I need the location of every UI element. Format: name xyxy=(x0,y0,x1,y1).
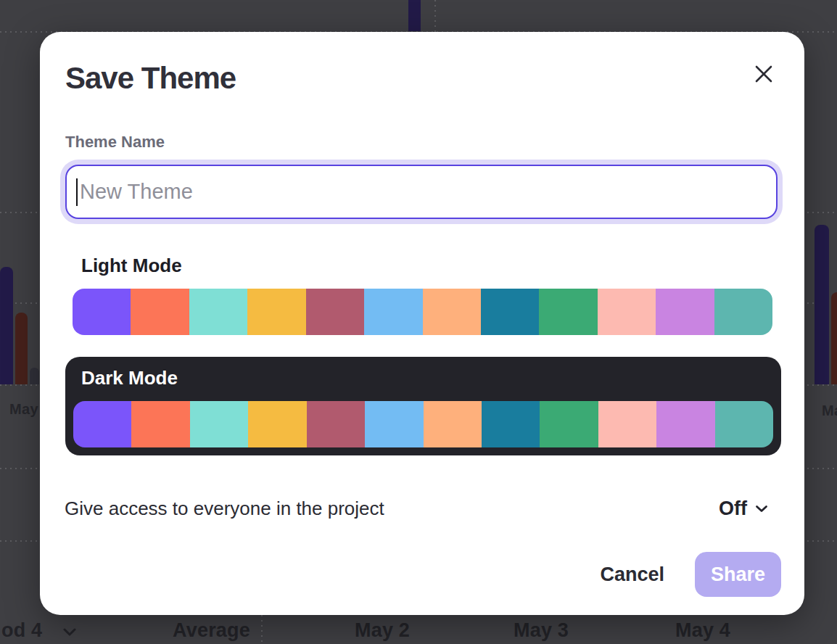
x-axis-label: May xyxy=(9,401,38,418)
bar-maroon-right xyxy=(831,292,837,384)
palette-swatch xyxy=(306,289,364,335)
palette-swatch xyxy=(73,401,131,447)
palette-swatch xyxy=(364,289,422,335)
palette-swatch xyxy=(656,289,714,335)
bar-navy-top xyxy=(408,0,421,31)
cancel-button[interactable]: Cancel xyxy=(600,564,664,586)
x-axis-label: May 4 xyxy=(675,619,730,642)
access-dropdown[interactable]: Off xyxy=(719,498,768,520)
palette-swatch xyxy=(365,401,423,447)
palette-swatch xyxy=(714,289,772,335)
x-axis-dropdown: od 4 xyxy=(1,619,77,642)
palette-swatch xyxy=(131,289,189,335)
dialog-title: Save Theme xyxy=(65,61,236,96)
bar-navy-left xyxy=(0,267,13,384)
palette-swatch xyxy=(656,401,714,447)
bar-navy-right xyxy=(815,225,829,384)
share-button[interactable]: Share xyxy=(695,552,781,597)
palette-swatch xyxy=(73,289,131,335)
chevron-down-icon xyxy=(755,505,768,513)
close-icon xyxy=(754,65,773,83)
palette-swatch xyxy=(598,401,656,447)
light-mode-palette xyxy=(73,289,772,335)
palette-swatch xyxy=(248,401,306,447)
text-caret xyxy=(76,178,78,206)
palette-swatch xyxy=(482,401,540,447)
palette-swatch xyxy=(715,401,773,447)
screen: May Ma od 4 Average May 2 May 3 May 4 Sa… xyxy=(0,0,837,644)
palette-swatch xyxy=(247,289,305,335)
gridline-vertical xyxy=(261,615,263,644)
dark-mode-palette xyxy=(73,401,773,447)
save-theme-dialog: Save Theme Theme Name Light Mode Dark Mo… xyxy=(40,32,804,615)
x-axis-label: May 3 xyxy=(514,619,569,642)
palette-swatch xyxy=(598,289,656,335)
palette-swatch xyxy=(423,289,481,335)
access-row: Give access to everyone in the project O… xyxy=(65,492,768,525)
theme-name-label: Theme Name xyxy=(65,133,165,152)
theme-name-input[interactable] xyxy=(65,165,778,219)
x-axis-label: Average xyxy=(173,619,250,642)
dark-mode-label: Dark Mode xyxy=(81,367,178,389)
x-axis-label: od 4 xyxy=(1,619,42,641)
palette-swatch xyxy=(539,289,597,335)
palette-swatch xyxy=(540,401,598,447)
light-mode-label: Light Mode xyxy=(81,255,182,277)
bar-gray-left xyxy=(30,368,39,384)
gridline-vertical xyxy=(434,0,436,32)
palette-swatch xyxy=(190,401,248,447)
access-value: Off xyxy=(719,498,747,520)
dialog-actions: Cancel Share xyxy=(600,552,781,597)
x-axis-label: Ma xyxy=(822,402,837,419)
palette-swatch xyxy=(307,401,365,447)
chevron-down-icon xyxy=(62,627,77,636)
dark-mode-card: Dark Mode xyxy=(65,357,781,455)
palette-swatch xyxy=(481,289,539,335)
x-axis-label: May 2 xyxy=(355,619,410,642)
bar-maroon-left xyxy=(15,313,28,384)
access-label: Give access to everyone in the project xyxy=(65,498,384,520)
palette-swatch xyxy=(131,401,189,447)
theme-name-field-wrap xyxy=(65,165,778,219)
close-button[interactable] xyxy=(752,62,775,86)
palette-swatch xyxy=(424,401,482,447)
palette-swatch xyxy=(189,289,247,335)
